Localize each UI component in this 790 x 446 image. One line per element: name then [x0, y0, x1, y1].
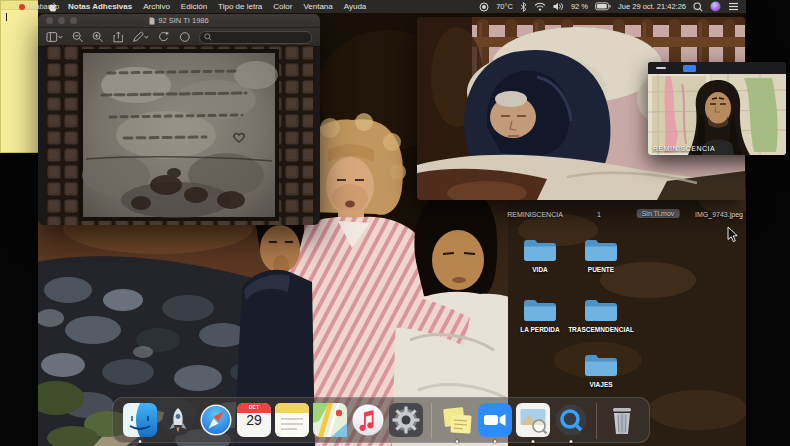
menu-tipo-de-letra[interactable]: Tipo de letra	[218, 2, 262, 11]
calendar-day-label: 29	[237, 412, 271, 428]
dock-maps-icon[interactable]	[313, 403, 347, 437]
search-icon	[204, 33, 212, 41]
running-indicator	[139, 440, 142, 443]
calendar-month-label: OCT	[237, 405, 271, 410]
markup-icon[interactable]	[132, 31, 149, 43]
preview-search-field[interactable]	[199, 31, 312, 44]
dock-calendar-icon[interactable]: OCT 29	[237, 403, 271, 437]
dock-notes-icon[interactable]	[275, 403, 309, 437]
dock-launchpad-icon[interactable]	[161, 403, 195, 437]
volume-icon[interactable]	[553, 2, 564, 11]
running-indicator	[532, 440, 535, 443]
record-stop-icon[interactable]	[479, 2, 489, 12]
zoom-participant-window[interactable]: REMINISCENCIA	[648, 62, 786, 155]
menu-edicion[interactable]: Edición	[181, 2, 207, 11]
desktop-file-reminiscencia[interactable]: REMINISCENCIA	[507, 211, 563, 218]
dock-stickies-icon[interactable]	[440, 403, 474, 437]
desktop-file-img-9743[interactable]: IMG_9743.jpeg	[695, 211, 743, 218]
zoom-thumbnail-titlebar	[648, 62, 786, 74]
folder-viajes[interactable]: VIAJES	[583, 353, 619, 388]
screen-recording-stage: Notas Adhesivas Archivo Edición Tipo de …	[0, 0, 790, 446]
menu-bar: Notas Adhesivas Archivo Edición Tipo de …	[38, 0, 746, 13]
siri-icon[interactable]	[710, 1, 721, 12]
recording-indicator: Grabando	[19, 3, 59, 10]
battery-icon	[595, 2, 611, 11]
participant-name-label: REMINISCENCIA	[653, 145, 715, 152]
running-indicator	[570, 440, 573, 443]
text-caret	[6, 13, 7, 21]
menu-ventana[interactable]: Ventana	[303, 2, 332, 11]
menu-color[interactable]: Color	[273, 2, 292, 11]
dock-system-preferences-icon[interactable]	[389, 403, 423, 437]
menu-app-name[interactable]: Notas Adhesivas	[68, 2, 132, 11]
dock-preview-icon[interactable]	[516, 403, 550, 437]
dock: OCT 29	[112, 397, 650, 443]
minimize-icon[interactable]	[656, 67, 666, 69]
folder-icon	[584, 238, 618, 265]
folder-la-perdida[interactable]: LA PERDIDA	[522, 298, 558, 333]
desktop-file-sin-ti-mov[interactable]: Sin Ti.mov	[637, 209, 680, 218]
gallery-view-button[interactable]	[683, 65, 696, 72]
preview-window: 92 SIN TI 1986	[38, 14, 320, 225]
running-indicator	[456, 440, 459, 443]
temperature-status[interactable]: 70°C	[496, 2, 513, 11]
folder-vida[interactable]: VIDA	[522, 238, 558, 273]
control-center-icon[interactable]	[728, 2, 739, 11]
recording-dot-icon	[19, 4, 25, 10]
desktop-file-1[interactable]: 1	[597, 211, 601, 218]
folder-puente[interactable]: PUENTE	[583, 238, 619, 273]
zoom-out-icon[interactable]	[72, 31, 84, 43]
recording-label: Grabando	[28, 3, 59, 10]
folder-icon	[523, 298, 557, 325]
search-icon[interactable]	[693, 2, 703, 12]
dock-safari-icon[interactable]	[199, 403, 233, 437]
running-indicator	[494, 440, 497, 443]
menu-clock[interactable]: Jue 29 oct. 21:42:26	[618, 2, 686, 11]
folder-icon	[523, 238, 557, 265]
dock-finder-icon[interactable]	[123, 403, 157, 437]
dock-zoom-icon[interactable]	[478, 403, 512, 437]
dock-music-icon[interactable]	[351, 403, 385, 437]
menu-archivo[interactable]: Archivo	[143, 2, 170, 11]
share-icon[interactable]	[113, 31, 124, 43]
folder-icon	[584, 298, 618, 325]
view-options-icon[interactable]	[46, 31, 63, 43]
preview-window-title: 92 SIN TI 1986	[158, 16, 208, 25]
document-icon	[149, 17, 155, 25]
bluetooth-icon[interactable]	[520, 2, 527, 12]
annotate-icon[interactable]	[179, 31, 191, 43]
battery-percent[interactable]: 92 %	[571, 2, 588, 11]
rotate-icon[interactable]	[158, 31, 170, 43]
folder-trascemndencial[interactable]: TRASCEMNDENCIAL	[583, 298, 619, 333]
dock-trash-icon[interactable]	[605, 403, 639, 437]
zoom-in-icon[interactable]	[92, 31, 104, 43]
folder-icon	[584, 353, 618, 380]
wifi-icon[interactable]	[534, 2, 546, 11]
mouse-cursor	[727, 226, 739, 243]
preview-title-bar[interactable]: 92 SIN TI 1986	[38, 14, 320, 28]
participant-video	[648, 74, 786, 155]
dock-divider	[596, 403, 597, 439]
preview-photo-plaque	[46, 45, 313, 225]
menu-ayuda[interactable]: Ayuda	[344, 2, 367, 11]
dock-quicktime-icon[interactable]	[554, 403, 588, 437]
dock-divider	[431, 403, 432, 439]
